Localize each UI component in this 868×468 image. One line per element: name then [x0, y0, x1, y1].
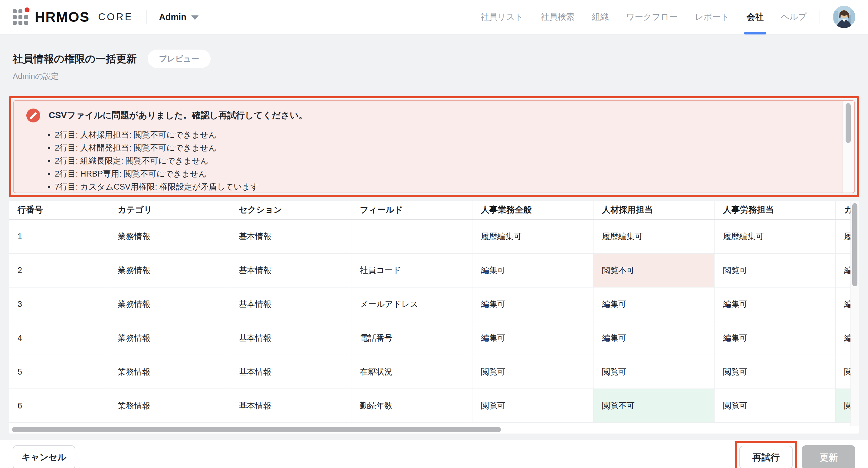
header-divider [146, 10, 147, 24]
header-divider [819, 10, 820, 24]
nav-item-help[interactable]: ヘルプ [781, 0, 807, 34]
app-header: HRMOS CORE Admin 社員リスト社員検索組織ワークフローレポート会社… [0, 0, 868, 34]
nav-item-organization[interactable]: 組織 [592, 0, 609, 34]
grid-dot [13, 21, 17, 25]
table-cell: 履歴編集可 [714, 220, 835, 253]
table-cell: 編集可 [472, 287, 593, 321]
permissions-table: 行番号カテゴリセクションフィールド人事業務全般人材採用担当人事労務担当カスタムC… [9, 201, 850, 423]
error-list-item: 7行目: カスタムCSV用権限: 権限設定が矛盾しています [55, 180, 827, 193]
alert-content: CSVファイルに問題がありました。確認し再試行してください。 2行目: 人材採用… [13, 101, 855, 193]
grid-dot [24, 21, 28, 25]
table-cell: メールアドレス [351, 287, 472, 321]
alert-scrollbar[interactable] [842, 101, 855, 193]
workspace-selector[interactable]: Admin [159, 12, 198, 22]
table-cell: 基本情報 [230, 287, 351, 321]
grid-dot [19, 9, 22, 13]
table-cell: 閲覧不可 [593, 389, 714, 423]
table-cell: 勤続年数 [351, 389, 472, 423]
table-cell: 業務情報 [109, 389, 230, 423]
retry-button-highlight-box: 再試行 [735, 441, 797, 468]
table-cell: 基本情報 [230, 220, 351, 253]
horizontal-scrollbar[interactable] [9, 426, 850, 434]
nav-item-workflow[interactable]: ワークフロー [626, 0, 678, 34]
table-cell: 1 [9, 220, 109, 253]
app-grid-icon [13, 9, 28, 25]
column-header: 行番号 [9, 201, 109, 220]
nav-item-employee-list[interactable]: 社員リスト [480, 0, 523, 34]
column-header: カテゴリ [109, 201, 230, 220]
table-cell: 業務情報 [109, 287, 230, 321]
table-cell: 編集可 [835, 287, 850, 321]
table-row: 6業務情報基本情報勤続年数閲覧可閲覧不可閲覧可閲覧可 [9, 389, 850, 423]
error-list: 2行目: 人材採用担当: 閲覧不可にできません2行目: 人材開発担当: 閲覧不可… [55, 129, 827, 193]
grid-dot [13, 9, 17, 13]
alert-scrollbar-thumb[interactable] [846, 103, 851, 143]
table-cell: 2 [9, 253, 109, 287]
table-cell: 編集可 [714, 287, 835, 321]
error-list-item: 2行目: HRBP専用: 閲覧不可にできません [55, 167, 827, 180]
column-header: セクション [230, 201, 351, 220]
page-subtitle: Adminの設定 [9, 71, 859, 81]
vertical-scrollbar-thumb[interactable] [852, 203, 858, 286]
table-row: 1業務情報基本情報履歴編集可履歴編集可履歴編集可履歴編集可 [9, 220, 850, 253]
user-avatar[interactable] [833, 6, 855, 28]
vertical-scrollbar[interactable] [850, 201, 859, 426]
page-title: 社員情報の権限の一括更新 [13, 52, 137, 66]
nav-item-report[interactable]: レポート [695, 0, 730, 34]
table-cell: 業務情報 [109, 355, 230, 389]
table-cell: 基本情報 [230, 389, 351, 423]
table-row: 3業務情報基本情報メールアドレス編集可編集可編集可編集可 [9, 287, 850, 321]
table-cell: 編集可 [835, 321, 850, 355]
table-cell: 業務情報 [109, 253, 230, 287]
brand-wordmark: HRMOS [35, 9, 90, 25]
chevron-down-icon [191, 15, 198, 20]
table-cell: 閲覧不可 [593, 253, 714, 287]
table-cell: 閲覧可 [472, 389, 593, 423]
table-row: 5業務情報基本情報在籍状況閲覧可閲覧可閲覧可閲覧可 [9, 355, 850, 389]
horizontal-scrollbar-thumb[interactable] [12, 427, 501, 432]
table-cell: 編集可 [714, 321, 835, 355]
preview-badge: プレビュー [148, 49, 211, 68]
table-cell: 編集可 [472, 321, 593, 355]
csv-error-alert: CSVファイルに問題がありました。確認し再試行してください。 2行目: 人材採用… [13, 100, 855, 193]
update-button[interactable]: 更新 [802, 445, 855, 468]
table-cell: 閲覧可 [593, 355, 714, 389]
table-cell: 電話番号 [351, 321, 472, 355]
column-header: 人事業務全般 [472, 201, 593, 220]
alert-title: CSVファイルに問題がありました。確認し再試行してください。 [49, 109, 308, 122]
table-cell: 6 [9, 389, 109, 423]
table-cell: 4 [9, 321, 109, 355]
hrmos-logo[interactable]: HRMOS CORE [13, 9, 133, 25]
grid-dot-red [25, 7, 29, 12]
nav-item-employee-search[interactable]: 社員検索 [540, 0, 575, 34]
table-viewport: 行番号カテゴリセクションフィールド人事業務全般人材採用担当人事労務担当カスタムC… [9, 201, 850, 426]
table-row: 2業務情報基本情報社員コード編集可閲覧不可閲覧可編集可 [9, 253, 850, 287]
alert-header: CSVファイルに問題がありました。確認し再試行してください。 [26, 108, 827, 123]
permissions-table-card: 行番号カテゴリセクションフィールド人事業務全般人材採用担当人事労務担当カスタムC… [9, 201, 859, 434]
grid-dot [19, 21, 22, 25]
column-header: フィールド [351, 201, 472, 220]
table-cell: 編集可 [472, 253, 593, 287]
table-cell: 履歴編集可 [593, 220, 714, 253]
nav-item-company[interactable]: 会社 [747, 0, 764, 34]
error-list-item: 2行目: 人材採用担当: 閲覧不可にできません [55, 129, 827, 141]
table-cell: 基本情報 [230, 321, 351, 355]
avatar-image [833, 6, 855, 28]
error-alert-highlight-box: CSVファイルに問題がありました。確認し再試行してください。 2行目: 人材採用… [9, 96, 859, 197]
table-cell: 編集可 [835, 253, 850, 287]
cancel-button[interactable]: キャンセル [13, 445, 75, 468]
workspace-label: Admin [159, 12, 186, 22]
error-list-item: 2行目: 組織長限定: 閲覧不可にできません [55, 155, 827, 167]
table-cell: 基本情報 [230, 355, 351, 389]
page-footer: キャンセル 再試行 更新 [0, 440, 868, 468]
retry-button[interactable]: 再試行 [739, 446, 793, 468]
table-cell: 閲覧可 [835, 355, 850, 389]
product-wordmark: CORE [98, 11, 133, 23]
table-cell: 3 [9, 287, 109, 321]
table-cell: 基本情報 [230, 253, 351, 287]
table-cell: 履歴編集可 [835, 220, 850, 253]
page-main: 社員情報の権限の一括更新 プレビュー Adminの設定 CSVファイルに問題があ… [0, 49, 868, 434]
table-cell: 閲覧可 [714, 389, 835, 423]
column-header: カスタムCSV用権限 [835, 201, 850, 220]
table-cell: 閲覧可 [714, 355, 835, 389]
